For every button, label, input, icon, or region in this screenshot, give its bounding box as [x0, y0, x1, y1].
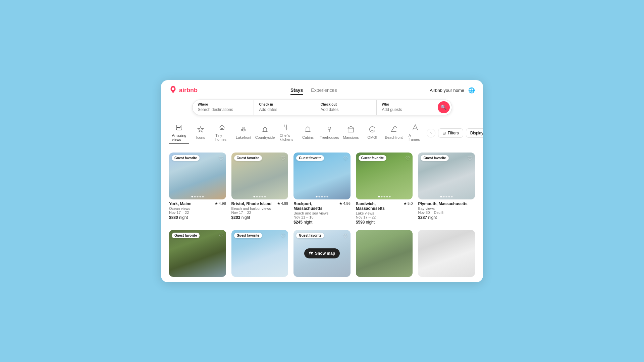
show-map-button[interactable]: 🗺 Show map	[304, 248, 340, 258]
listing-info: Bristol, Rhode Island ★ 4.99 Beach and h…	[231, 199, 288, 220]
airbnb-your-home[interactable]: Airbnb your home	[430, 88, 464, 93]
category-label-amazing-views: Amazing views	[172, 133, 186, 141]
listing-header: Plymouth, Massachusetts	[418, 201, 475, 206]
svg-rect-5	[348, 128, 354, 132]
checkout-input[interactable]	[321, 107, 371, 112]
listing-card-row2e[interactable]	[418, 230, 475, 277]
listings-grid: Guest favorite ♡ York, Maine ★ 4.98 Ocea…	[161, 147, 483, 282]
category-icon-mansions	[347, 126, 354, 134]
listing-image: Guest favorite ♡	[169, 230, 226, 277]
wishlist-button[interactable]: ♡	[468, 155, 472, 162]
display-toggle[interactable]: Display total before taxes	[466, 128, 483, 138]
listing-location: Bristol, Rhode Island	[231, 201, 272, 206]
who-input[interactable]	[382, 107, 432, 112]
where-field[interactable]: Where	[193, 100, 254, 115]
logo[interactable]: airbnb	[169, 85, 198, 96]
listing-card-row2a[interactable]: Guest favorite ♡	[169, 230, 226, 277]
category-label-a-frames: A-frames	[409, 133, 422, 141]
category-item-beachfront[interactable]: Beachfront	[384, 124, 404, 142]
listing-description: Ocean views	[169, 206, 226, 210]
wishlist-button[interactable]: ♡	[343, 233, 348, 239]
category-item-lakefront[interactable]: Lakefront	[233, 124, 254, 142]
category-label-treehouses: Treehouses	[320, 135, 339, 139]
category-label-beachfront: Beachfront	[385, 135, 402, 139]
category-item-cabins[interactable]: Cabins	[298, 124, 318, 142]
listing-image: Guest favorite ♡	[418, 153, 475, 199]
category-icon-treehouses	[326, 126, 333, 134]
category-item-mansions[interactable]: Mansions	[341, 124, 361, 142]
listing-card-sandwich[interactable]: Guest favorite ♡ Sandwich, Massachusetts…	[356, 153, 413, 225]
listing-card-bristol[interactable]: Guest favorite ♡ Bristol, Rhode Island ★…	[231, 153, 288, 225]
app-container: airbnb Stays Experiences Airbnb your hom…	[161, 80, 483, 282]
where-label: Where	[198, 103, 248, 106]
star-icon: ★	[277, 201, 280, 206]
show-map-label: Show map	[315, 251, 335, 256]
category-nav-right: › ⊟ Filters Display total before taxes	[427, 128, 483, 138]
dots-indicator	[378, 196, 390, 197]
wishlist-button[interactable]: ♡	[405, 155, 410, 162]
listing-info: Plymouth, Massachusetts Bay views Nov 30…	[418, 199, 475, 220]
search-icon: 🔍	[441, 105, 446, 110]
checkout-field[interactable]: Check out	[315, 100, 377, 115]
guest-favorite-badge: Guest favorite	[421, 155, 448, 161]
wishlist-button[interactable]: ♡	[343, 155, 348, 162]
header-right: Airbnb your home 🌐	[430, 87, 475, 94]
listing-dates: Nov 30 – Dec 5	[418, 210, 475, 215]
listing-card-york[interactable]: Guest favorite ♡ York, Maine ★ 4.98 Ocea…	[169, 153, 226, 225]
category-label-omg: OMG!	[367, 135, 377, 139]
listing-card-row2d[interactable]	[356, 230, 413, 277]
guest-favorite-badge: Guest favorite	[296, 233, 324, 238]
category-label-countryside: Countryside	[255, 135, 275, 139]
who-label: Who	[382, 103, 432, 106]
guest-favorite-badge: Guest favorite	[172, 233, 200, 238]
category-label-icons: Icons	[196, 135, 205, 139]
wishlist-button[interactable]: ♡	[219, 233, 223, 239]
category-item-treehouses[interactable]: Treehouses	[319, 124, 339, 142]
airbnb-logo-icon	[169, 85, 177, 96]
guest-favorite-badge: Guest favorite	[172, 155, 200, 161]
category-nav-next[interactable]: ›	[427, 129, 435, 137]
listing-description: Beach and sea views	[293, 211, 351, 215]
nav-stays[interactable]: Stays	[290, 86, 303, 95]
category-label-chefs-kitchens: Chef's kitchens	[280, 133, 293, 141]
rating-value: 4.99	[281, 201, 288, 205]
filters-button[interactable]: ⊟ Filters	[438, 128, 463, 138]
who-field[interactable]: Who	[377, 100, 438, 115]
listing-header: Bristol, Rhode Island ★ 4.99	[231, 201, 288, 206]
category-nav: Amazing views Icons Tiny homes Lakefront…	[161, 119, 483, 147]
listing-info: Sandwich, Massachusetts ★ 5.0 Lake views…	[356, 199, 413, 225]
category-item-tiny-homes[interactable]: Tiny homes	[212, 122, 232, 144]
listing-card-row2c[interactable]: Guest favorite ♡ 🗺 Show map	[293, 230, 351, 277]
checkin-field[interactable]: Check in	[254, 100, 315, 115]
listing-image: Guest favorite ♡	[231, 153, 288, 199]
search-input[interactable]	[198, 107, 248, 112]
search-button[interactable]: 🔍	[438, 101, 450, 113]
nav-tabs: Stays Experiences	[290, 86, 337, 95]
guest-favorite-badge: Guest favorite	[359, 155, 386, 161]
category-item-a-frames[interactable]: A-frames	[405, 122, 425, 144]
globe-icon[interactable]: 🌐	[468, 87, 475, 94]
wishlist-button[interactable]: ♡	[219, 155, 223, 162]
guest-favorite-badge: Guest favorite	[234, 155, 262, 161]
category-item-icons[interactable]: Icons	[191, 124, 211, 142]
svg-point-3	[328, 127, 331, 129]
nav-experiences[interactable]: Experiences	[311, 86, 337, 95]
category-item-chefs-kitchens[interactable]: Chef's kitchens	[276, 122, 297, 144]
category-icon-cabins	[305, 126, 311, 134]
listing-card-row2b[interactable]: Guest favorite ♡	[231, 230, 288, 277]
listing-card-plymouth[interactable]: Guest favorite ♡ Plymouth, Massachusetts…	[418, 153, 475, 225]
listing-card-rockport[interactable]: Guest favorite ♡ Rockport, Massachusetts…	[293, 153, 351, 225]
checkin-input[interactable]	[259, 107, 310, 112]
listing-price: $880 night	[169, 215, 226, 220]
wishlist-button[interactable]: ♡	[281, 233, 285, 239]
wishlist-button[interactable]: ♡	[281, 155, 285, 162]
listing-rating: ★ 4.99	[277, 201, 288, 206]
listing-location: York, Maine	[169, 201, 191, 206]
category-item-amazing-views[interactable]: Amazing views	[169, 122, 189, 144]
checkout-label: Check out	[321, 103, 371, 106]
listing-price: $287 night	[418, 215, 475, 220]
category-item-omg[interactable]: OMG!	[362, 124, 382, 142]
listing-dates: Nov 17 – 22	[169, 210, 226, 215]
logo-text: airbnb	[179, 87, 198, 94]
category-item-countryside[interactable]: Countryside	[255, 124, 275, 142]
